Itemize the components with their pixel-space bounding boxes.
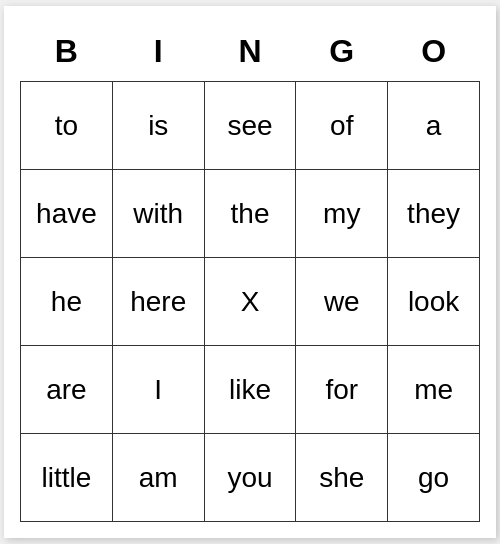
cell-r2c5: they (388, 170, 480, 258)
cell-r1c2: is (112, 82, 204, 170)
cell-r2c2: with (112, 170, 204, 258)
table-row: have with the my they (21, 170, 480, 258)
bingo-table: B I N G O to is see of a have with the m… (20, 22, 480, 523)
header-n: N (204, 22, 296, 82)
cell-r2c3: the (204, 170, 296, 258)
cell-r3c5: look (388, 258, 480, 346)
cell-r2c1: have (21, 170, 113, 258)
header-row: B I N G O (21, 22, 480, 82)
cell-r1c3: see (204, 82, 296, 170)
cell-r4c3: like (204, 346, 296, 434)
cell-r3c1: he (21, 258, 113, 346)
cell-r4c5: me (388, 346, 480, 434)
table-row: little am you she go (21, 434, 480, 522)
cell-r3c2: here (112, 258, 204, 346)
cell-r5c5: go (388, 434, 480, 522)
header-i: I (112, 22, 204, 82)
cell-r5c3: you (204, 434, 296, 522)
table-row: to is see of a (21, 82, 480, 170)
cell-r5c1: little (21, 434, 113, 522)
cell-r1c4: of (296, 82, 388, 170)
cell-r5c2: am (112, 434, 204, 522)
cell-r4c4: for (296, 346, 388, 434)
cell-r4c1: are (21, 346, 113, 434)
cell-r2c4: my (296, 170, 388, 258)
cell-r1c5: a (388, 82, 480, 170)
header-g: G (296, 22, 388, 82)
bingo-card: B I N G O to is see of a have with the m… (4, 6, 496, 539)
cell-r5c4: she (296, 434, 388, 522)
cell-r1c1: to (21, 82, 113, 170)
header-o: O (388, 22, 480, 82)
table-row: he here X we look (21, 258, 480, 346)
table-row: are I like for me (21, 346, 480, 434)
header-b: B (21, 22, 113, 82)
cell-r4c2: I (112, 346, 204, 434)
cell-r3c3-free: X (204, 258, 296, 346)
cell-r3c4: we (296, 258, 388, 346)
